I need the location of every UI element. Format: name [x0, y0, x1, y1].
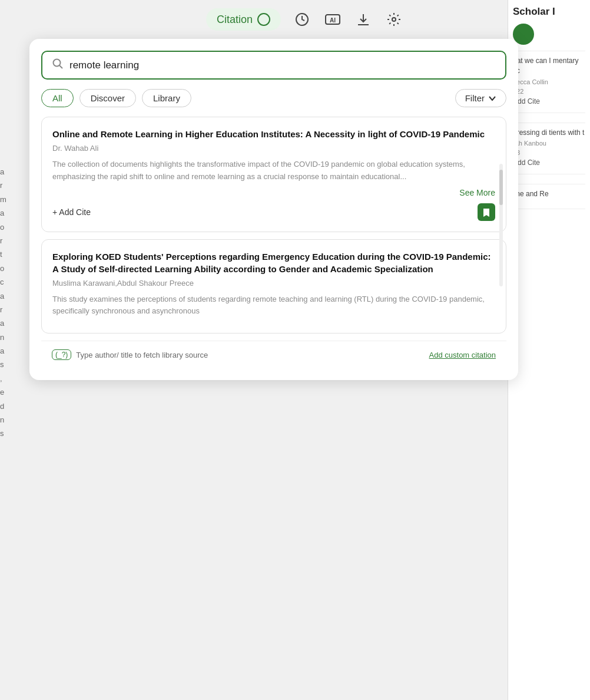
citation-label: Citation: [217, 14, 253, 26]
search-icon: [52, 58, 64, 72]
scroll-thumb[interactable]: [499, 170, 503, 205]
toolbar: Citation AI: [18, 0, 530, 39]
search-panel: All Discover Library Filter Online and R…: [29, 39, 518, 380]
ai-icon[interactable]: AI: [323, 10, 342, 29]
result-abstract-1: This study examines the perceptions of s…: [52, 293, 495, 318]
bottom-bar: (_?) Type author/ title to fetch library…: [41, 341, 506, 368]
custom-citation-link[interactable]: Add custom citation: [429, 351, 496, 359]
svg-point-4: [392, 18, 396, 21]
see-more-0[interactable]: See More: [52, 188, 495, 197]
filter-label: Filter: [465, 93, 485, 103]
add-cite-row-0: + Add Cite: [52, 203, 495, 221]
citation-button[interactable]: Citation: [206, 8, 281, 31]
bottom-hint: (_?) Type author/ title to fetch library…: [52, 349, 208, 360]
left-edge-text: armaortocaranas,edns: [0, 0, 18, 700]
result-title-1: Exploring KOED Students' Perceptions reg…: [52, 250, 495, 275]
filter-button[interactable]: Filter: [455, 89, 506, 107]
search-input[interactable]: [69, 60, 496, 71]
history-icon[interactable]: [293, 10, 311, 29]
svg-text:AI: AI: [330, 17, 336, 24]
scroll-track[interactable]: [499, 164, 503, 286]
result-card-0: Online and Remote Learning in Higher Edu…: [41, 117, 506, 232]
add-cite-label-0: + Add Cite: [52, 207, 91, 217]
bookmark-icon-0[interactable]: [478, 203, 495, 221]
results-container: Online and Remote Learning in Higher Edu…: [41, 117, 506, 334]
result-card-1: Exploring KOED Students' Perceptions reg…: [41, 239, 506, 334]
tab-discover[interactable]: Discover: [79, 89, 136, 107]
result-author-1: Muslima Karawani,Abdul Shakour Preece: [52, 279, 495, 288]
svg-point-5: [54, 60, 61, 67]
result-author-0: Dr. Wahab Ali: [52, 144, 495, 153]
search-box: [41, 51, 506, 80]
add-cite-button-0[interactable]: + Add Cite: [52, 207, 91, 217]
chevron-down-icon: [488, 94, 496, 103]
download-icon[interactable]: [354, 10, 373, 29]
tab-all[interactable]: All: [41, 89, 74, 107]
svg-line-6: [59, 65, 62, 68]
result-abstract-0: The collection of documents highlights t…: [52, 159, 495, 183]
result-title-0: Online and Remote Learning in Higher Edu…: [52, 128, 495, 140]
main-overlay: Citation AI: [18, 0, 530, 700]
filter-row: All Discover Library Filter: [41, 89, 506, 107]
citation-circle-icon: [257, 13, 270, 26]
settings-icon[interactable]: [385, 10, 403, 29]
tab-library[interactable]: Library: [142, 89, 191, 107]
hint-text: Type author/ title to fetch library sour…: [76, 351, 208, 359]
hint-badge: (_?): [52, 349, 71, 360]
